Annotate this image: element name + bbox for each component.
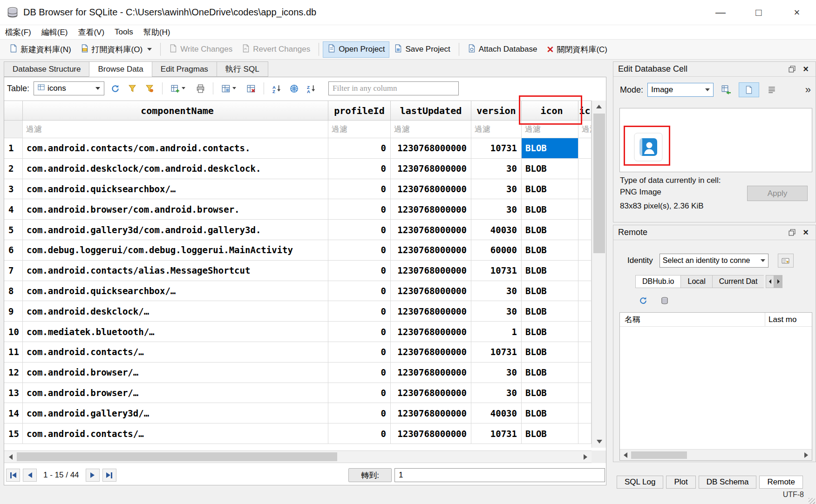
cell-icon[interactable]: BLOB xyxy=(522,138,578,159)
cell-lastUpdated[interactable]: 1230768000000 xyxy=(391,342,471,363)
cell-componentName[interactable]: com.android.contacts/… xyxy=(23,342,328,363)
import-certificate-button[interactable] xyxy=(778,254,794,268)
new-database-button[interactable]: 新建資料庫(N) xyxy=(5,41,76,58)
scroll-up-icon[interactable] xyxy=(592,101,606,113)
save-results-button[interactable] xyxy=(219,82,232,95)
dock-tab-db-schema[interactable]: DB Schema xyxy=(699,476,757,489)
clear-filters-button[interactable] xyxy=(126,82,139,95)
filter-icon[interactable]: 過濾 xyxy=(522,121,578,138)
cell-lastUpdated[interactable]: 1230768000000 xyxy=(391,301,471,322)
cell-componentName[interactable]: com.android.quicksearchbox/… xyxy=(23,179,328,200)
tab-edit-pragmas[interactable]: Edit Pragmas xyxy=(152,61,217,77)
cell-clipped[interactable] xyxy=(578,179,592,200)
cell-clipped[interactable] xyxy=(578,301,592,322)
cell-profileId[interactable]: 0 xyxy=(328,342,391,363)
cell-icon[interactable]: BLOB xyxy=(522,281,578,302)
cell-lastUpdated[interactable]: 1230768000000 xyxy=(391,138,471,159)
remote-scrollbar-thumb[interactable] xyxy=(631,451,687,459)
cell-componentName[interactable]: com.mediatek.bluetooth/… xyxy=(23,322,328,342)
cell-componentName[interactable]: com.debug.loggerui/com.debug.loggerui.Ma… xyxy=(23,240,328,261)
cell-version[interactable]: 30 xyxy=(471,281,522,302)
tab-scroll-right-icon[interactable] xyxy=(774,275,782,288)
previous-page-button[interactable] xyxy=(23,469,37,482)
sort-descending-button[interactable]: ZA xyxy=(305,82,318,95)
vertical-scrollbar-thumb[interactable] xyxy=(593,114,605,253)
close-button[interactable]: × xyxy=(788,4,806,21)
row-number[interactable]: 7 xyxy=(4,261,23,281)
cell-clipped[interactable] xyxy=(578,138,592,159)
cell-clipped[interactable] xyxy=(578,240,592,261)
save-results-dropdown-icon[interactable] xyxy=(232,87,236,89)
cell-icon[interactable]: BLOB xyxy=(522,322,578,342)
filter-profileId[interactable]: 過濾 xyxy=(328,121,391,138)
cell-profileId[interactable]: 0 xyxy=(328,199,391,220)
cell-profileId[interactable]: 0 xyxy=(328,322,391,342)
cell-version[interactable]: 10731 xyxy=(471,342,522,363)
menu-file[interactable]: 檔案(F) xyxy=(0,25,36,39)
menu-help[interactable]: 幫助(H) xyxy=(138,25,176,39)
resize-grip-icon[interactable] xyxy=(809,498,815,504)
remote-tab-current-database[interactable]: Current Dat xyxy=(712,275,764,288)
cell-profileId[interactable]: 0 xyxy=(328,281,391,302)
cell-lastUpdated[interactable]: 1230768000000 xyxy=(391,179,471,200)
row-number[interactable]: 13 xyxy=(4,383,23,403)
cell-icon[interactable]: BLOB xyxy=(522,199,578,220)
row-number[interactable]: 9 xyxy=(4,301,23,322)
row-number[interactable]: 8 xyxy=(4,281,23,302)
cell-clipped[interactable] xyxy=(578,423,592,444)
apply-button[interactable]: Apply xyxy=(747,186,808,201)
scroll-left-icon[interactable] xyxy=(4,451,17,463)
cell-profileId[interactable]: 0 xyxy=(328,179,391,200)
refresh-button[interactable] xyxy=(109,82,122,95)
cell-componentName[interactable]: com.android.gallery3d/com.android.galler… xyxy=(23,220,328,240)
cell-profileId[interactable]: 0 xyxy=(328,363,391,383)
cell-profileId[interactable]: 0 xyxy=(328,383,391,403)
close-database-button[interactable]: ✕ 關閉資料庫(C) xyxy=(542,41,612,58)
cell-icon[interactable]: BLOB xyxy=(522,423,578,444)
cell-version[interactable]: 30 xyxy=(471,179,522,200)
scroll-left-icon[interactable] xyxy=(620,450,631,460)
maximize-button[interactable]: □ xyxy=(750,4,768,21)
global-filter-input[interactable] xyxy=(328,81,459,95)
cell-icon[interactable]: BLOB xyxy=(522,261,578,281)
dock-tab-sql-log[interactable]: SQL Log xyxy=(617,476,663,489)
cell-icon[interactable]: BLOB xyxy=(522,301,578,322)
cell-componentName[interactable]: com.android.browser/com.android.browser. xyxy=(23,199,328,220)
image-view-button[interactable] xyxy=(739,82,759,97)
row-number[interactable]: 6 xyxy=(4,240,23,261)
column-header-icon[interactable]: icon xyxy=(522,101,578,121)
remote-column-last-modified[interactable]: Last mo xyxy=(765,315,812,324)
open-database-dropdown-icon[interactable] xyxy=(147,48,152,51)
menu-edit[interactable]: 編輯(E) xyxy=(36,25,73,39)
cell-profileId[interactable]: 0 xyxy=(328,159,391,179)
new-record-button[interactable] xyxy=(169,82,182,95)
mode-select[interactable]: Image xyxy=(647,83,714,97)
cell-version[interactable]: 30 xyxy=(471,383,522,403)
next-page-button[interactable] xyxy=(86,469,100,482)
cell-lastUpdated[interactable]: 1230768000000 xyxy=(391,363,471,383)
cell-componentName[interactable]: com.android.contacts/alias.MessageShortc… xyxy=(23,261,328,281)
row-number[interactable]: 11 xyxy=(4,342,23,363)
remote-tab-dbhub[interactable]: DBHub.io xyxy=(635,275,680,288)
row-number[interactable]: 2 xyxy=(4,159,23,179)
goto-button[interactable]: 轉到: xyxy=(348,468,392,482)
attach-database-button[interactable]: Attach Database xyxy=(463,41,542,58)
row-number[interactable]: 5 xyxy=(4,220,23,240)
cell-version[interactable]: 10731 xyxy=(471,138,522,159)
close-panel-icon[interactable]: × xyxy=(801,64,811,74)
cell-componentName[interactable]: com.android.quicksearchbox/… xyxy=(23,281,328,302)
remote-tab-local[interactable]: Local xyxy=(680,275,712,288)
cell-icon[interactable]: BLOB xyxy=(522,179,578,200)
row-number[interactable]: 14 xyxy=(4,403,23,423)
cell-profileId[interactable]: 0 xyxy=(328,423,391,444)
encoding-status[interactable]: UTF-8 xyxy=(783,491,804,499)
cell-icon[interactable]: BLOB xyxy=(522,240,578,261)
goto-input[interactable] xyxy=(394,468,605,482)
row-number[interactable]: 1 xyxy=(4,138,23,159)
cell-icon[interactable]: BLOB xyxy=(522,220,578,240)
tab-execute-sql[interactable]: 執行 SQL xyxy=(217,61,268,77)
cell-icon[interactable]: BLOB xyxy=(522,159,578,179)
close-panel-icon[interactable]: × xyxy=(801,228,811,238)
save-project-button[interactable]: Save Project xyxy=(389,41,455,58)
identity-select[interactable]: Select an identity to conne xyxy=(660,254,768,268)
